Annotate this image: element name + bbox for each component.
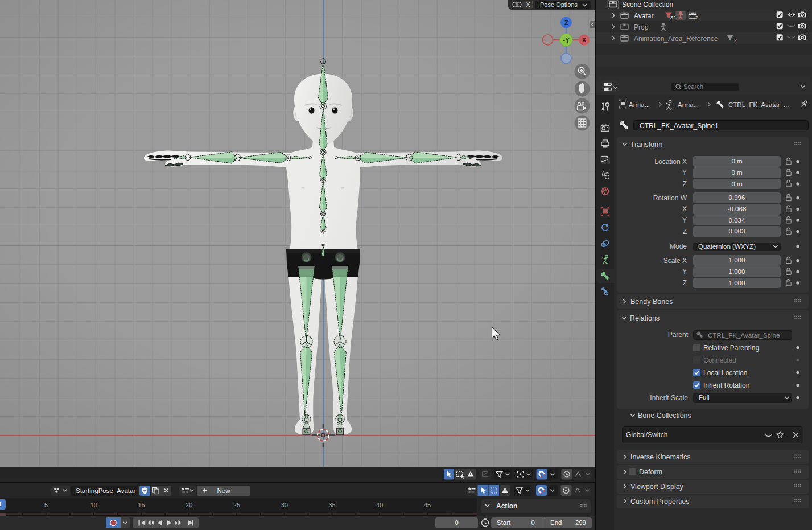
svg-text:Z: Z: [564, 19, 568, 26]
svg-text:X: X: [582, 36, 587, 43]
svg-text:-Y: -Y: [563, 36, 570, 44]
